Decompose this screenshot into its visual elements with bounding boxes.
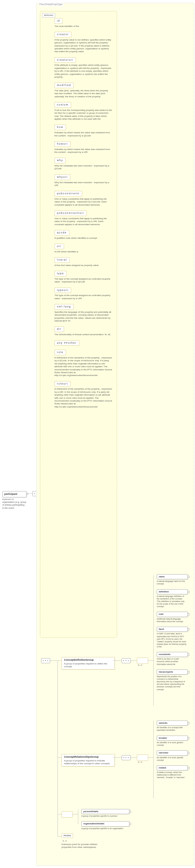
attr-dir: dirThe directionality of textual content… xyxy=(55,327,112,336)
item-name: personDetails xyxy=(83,810,128,813)
item-organisationDetails: organisationDetailsA group of properties… xyxy=(82,821,130,830)
attr-why: whyWhy the metadata has been included - … xyxy=(55,158,112,170)
concept-relationships-group: ConceptRelationshipsGroup A group of pro… xyxy=(62,754,115,767)
wire xyxy=(27,493,32,494)
attr-desc: Why the metadata has been included - exp… xyxy=(55,181,112,187)
attr-id: idThe local identifier of the xyxy=(55,18,112,28)
wire xyxy=(72,814,78,814)
item-name: remoteInfo xyxy=(159,653,186,656)
attr-pubconstraint: pubconstraintOne or many constraints tha… xyxy=(55,191,112,207)
attr-desc: A refinement of the semantics of the pro… xyxy=(55,356,112,377)
item-name: hierarchyInfo xyxy=(159,671,186,674)
group2-name: ConceptRelationshipsGroup xyxy=(64,755,112,759)
attr-desc: One or many constraints that apply to pu… xyxy=(55,217,112,226)
attach-indicator xyxy=(187,671,189,673)
attr-typeuri: typeuriThe type of the concept assigned … xyxy=(55,287,112,300)
attr-any ##other: any ##other xyxy=(55,340,112,346)
wire xyxy=(58,814,62,814)
wire xyxy=(58,660,62,661)
group2-desc: A group of properties required to indica… xyxy=(64,760,112,765)
attach-indicator xyxy=(187,591,189,593)
wire xyxy=(153,720,154,798)
attr-desc: A free-text value assigned as property v… xyxy=(55,264,112,267)
item-related: relatedA related concept, where the rela… xyxy=(157,765,188,779)
wire xyxy=(113,660,122,661)
attr-pubconstrainturi: pubconstrainturiOne or many constraints … xyxy=(55,210,112,226)
item-box: name xyxy=(157,574,188,579)
item-box: definition xyxy=(157,589,188,594)
attr-desc: If the property value is not defined, sp… xyxy=(55,38,112,53)
attr-name: typeuri xyxy=(55,287,71,293)
item-name: definition xyxy=(159,590,186,593)
wire xyxy=(58,757,62,758)
group2-card: 0..∞ xyxy=(138,761,142,764)
wire xyxy=(130,660,137,661)
attr-creatoruri: creatoruriIf the attribute is empty, spe… xyxy=(55,57,112,79)
item-box: personDetails xyxy=(82,809,130,814)
item-narrower: narrowerAn identifier of a more specific… xyxy=(157,750,188,762)
attr-name: pubconstraint xyxy=(55,191,82,196)
attr-desc: The type of the concept assigned as cont… xyxy=(55,278,112,284)
item-box: sameAs xyxy=(157,720,188,726)
item-facet: facetIn NAR 1.8 and later, facet is depr… xyxy=(157,627,188,648)
attach-indicator xyxy=(187,722,189,724)
attach-indicator xyxy=(187,628,189,630)
item-desc: A link to an item or a web resource whic… xyxy=(157,658,187,665)
attr-desc: Specifies the language of this property … xyxy=(55,311,112,323)
attributes-label: attributes xyxy=(42,13,55,18)
item-box: remoteInfo xyxy=(157,652,188,657)
item-desc: A group of properties specific to an org… xyxy=(82,827,127,830)
participant-element: participant A person or organisation (e.… xyxy=(2,491,27,509)
group1-desc: A group of properties required to define… xyxy=(64,662,112,669)
item-box: related xyxy=(157,765,188,771)
attr-name: literal xyxy=(55,257,70,263)
group1-card: 0..∞ xyxy=(138,664,142,666)
attach-indicator xyxy=(187,752,189,754)
attr-name: type xyxy=(55,271,67,277)
item-desc: In NAR 1.8 and later, facet is deprecate… xyxy=(157,632,187,648)
choice-icon xyxy=(137,754,148,761)
attr-desc: Indicates by which means the value was e… xyxy=(55,148,112,154)
item-note: noteAdditional natural language informat… xyxy=(157,612,188,623)
attach-indicator xyxy=(187,737,189,739)
attr-literal: literalA free-text value assigned as pro… xyxy=(55,257,112,267)
attr-desc: Indicates by which means the value was e… xyxy=(55,131,112,137)
item-box: organisationDetails xyxy=(82,821,130,826)
item-broader: broaderAn identifier of a more generic c… xyxy=(157,736,188,747)
wire xyxy=(148,660,153,661)
attr-name: pubconstrainturi xyxy=(55,210,87,216)
item-desc: Represents the position of a concept in … xyxy=(157,675,187,691)
item-desc: An identifier of a more generic concept. xyxy=(157,741,187,746)
item-name: facet xyxy=(159,628,186,631)
item-name: organisationDetails xyxy=(83,823,128,825)
sequence-icon xyxy=(41,658,50,663)
sequence-icon xyxy=(122,658,131,663)
item-desc: A natural language name for the concept. xyxy=(157,580,187,585)
attr-modified: modifiedThe date (and, optionally, the t… xyxy=(55,83,112,98)
item-personDetails: personDetailsA group of properties speci… xyxy=(82,809,130,817)
wire xyxy=(58,836,62,837)
participant-desc: A person or organisation (e.g. group of … xyxy=(2,498,27,510)
group1-column: nameA natural language name for the conc… xyxy=(157,570,188,691)
attach-indicator xyxy=(129,811,131,813)
leaves-column: personDetailsA group of properties speci… xyxy=(82,805,130,830)
attr-desc: The type of the concept assigned as cont… xyxy=(55,294,112,300)
attr-name: roleuri xyxy=(55,381,71,387)
attr-xml:lang: xml:langSpecifies the language of this p… xyxy=(55,304,112,322)
attr-name: creatoruri xyxy=(55,57,76,63)
attr-uri: uriA URI which identifies a xyxy=(55,244,112,253)
attr-custom: customIf set to true the corresponding p… xyxy=(55,102,112,121)
wire xyxy=(58,660,58,836)
item-name: sameAs xyxy=(159,722,186,724)
item-remoteInfo: remoteInfoA link to an item or a web res… xyxy=(157,652,188,665)
attributes-column: idThe local identifier of thecreatorIf t… xyxy=(55,14,112,408)
item-definition: definitionA natural language definition … xyxy=(157,589,188,608)
attr-role: roleA refinement of the semantics of the… xyxy=(55,350,112,377)
wire xyxy=(78,810,78,824)
attr-desc: A qualified code which identifies a conc… xyxy=(55,237,112,240)
attr-roleuri: roleuriA refinement of the semantics of … xyxy=(55,381,112,408)
participant-name: participant xyxy=(4,493,25,496)
attr-desc: If the attribute is empty, specifies whi… xyxy=(55,64,112,79)
item-box: broader xyxy=(157,736,188,741)
item-desc: An identifier of a concept with equivale… xyxy=(157,726,187,731)
